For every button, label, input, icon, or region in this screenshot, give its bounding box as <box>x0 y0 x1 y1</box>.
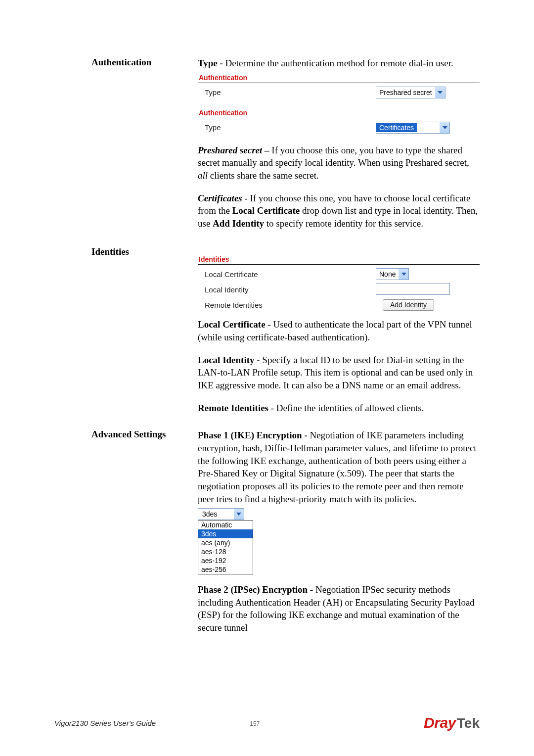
draytek-logo: Dray Tek <box>424 714 480 731</box>
encryption-option[interactable]: aes-192 <box>198 556 253 565</box>
chevron-down-icon <box>234 509 244 520</box>
local-cert-paragraph: Local Certificate - Used to authenticate… <box>198 318 480 343</box>
local-identity-paragraph: Local Identity - Specify a local ID to b… <box>198 354 480 392</box>
section-content-authentication: Type - Determine the authentication meth… <box>198 57 480 239</box>
ui-label-type1: Type <box>198 88 376 96</box>
page-footer: Vigor2130 Series User's Guide 157 Dray T… <box>54 714 480 731</box>
type-select-certificates[interactable]: Certificates <box>376 122 450 134</box>
encryption-option[interactable]: Automatic <box>198 520 253 529</box>
phase1-paragraph: Phase 1 (IKE) Encryption - Negotiation o… <box>198 429 480 505</box>
divider <box>198 264 480 265</box>
phase1-title: Phase 1 (IKE) Encryption - <box>198 430 310 440</box>
logo-tek: Tek <box>457 715 480 731</box>
section-content-identities: Identities Local Certificate None Local … <box>198 246 480 424</box>
identities-ui: Identities Local Certificate None Local … <box>198 253 480 312</box>
chevron-down-icon <box>399 269 408 280</box>
encryption-options-list: Automatic 3des aes (any) aes-128 aes-192… <box>198 520 253 574</box>
ui-header-identities: Identities <box>198 253 480 264</box>
encryption-option[interactable]: aes (any) <box>198 538 253 547</box>
encryption-option[interactable]: aes-128 <box>198 547 253 556</box>
ui-row-type1: Type Preshared secret <box>198 85 480 100</box>
certificates-body-b: Local Certificate <box>232 205 300 216</box>
auth-type-text: Determine the authentication method for … <box>225 58 453 68</box>
remote-identities-title: Remote Identities <box>198 403 268 413</box>
section-label-identities: Identities <box>91 246 198 424</box>
certificates-title: Certificates <box>198 193 242 203</box>
chevron-down-icon <box>440 122 449 133</box>
local-cert-title: Local Certificate <box>198 319 266 330</box>
local-cert-value: None <box>376 270 399 278</box>
type-select-value1: Preshared secret <box>376 89 435 96</box>
preshared-body-b: all <box>198 170 208 181</box>
phase2-paragraph: Phase 2 (IPSec) Encryption - Negotiation… <box>198 583 480 634</box>
auth-ui-certificates: Authentication Type Certificates <box>198 107 480 135</box>
type-select-preshared[interactable]: Preshared secret <box>376 87 445 98</box>
ui-label-local-identity: Local Identity <box>198 285 376 294</box>
section-identities: Identities Identities Local Certificate … <box>91 246 480 424</box>
encryption-select-value: 3des <box>198 510 234 518</box>
divider <box>198 118 480 118</box>
remote-identities-paragraph: Remote Identities - Define the identitie… <box>198 402 480 415</box>
local-identity-input[interactable] <box>376 283 450 295</box>
chevron-down-icon <box>435 87 445 98</box>
preshared-paragraph: Preshared secret – If you choose this on… <box>198 144 480 182</box>
ui-row-local-cert: Local Certificate None <box>198 267 480 282</box>
section-advanced: Advanced Settings Phase 1 (IKE) Encrypti… <box>91 429 480 644</box>
footer-guide: Vigor2130 Series User's Guide <box>54 719 156 727</box>
auth-type-intro: Type - Determine the authentication meth… <box>198 57 480 70</box>
ui-row-type2: Type Certificates <box>198 120 480 135</box>
divider <box>198 83 480 83</box>
preshared-title: Preshared secret – <box>198 145 271 155</box>
ui-row-local-identity: Local Identity <box>198 282 480 298</box>
encryption-option[interactable]: 3des <box>198 529 253 538</box>
section-authentication: Authentication Type - Determine the auth… <box>91 57 480 239</box>
preshared-body-c: clients share the same secret. <box>208 170 319 181</box>
type-select-value2: Certificates <box>376 123 417 132</box>
certificates-body-d: Add Identity <box>213 218 264 229</box>
section-label-authentication: Authentication <box>91 57 198 239</box>
auth-type-label: Type - <box>198 58 225 68</box>
phase1-body: Negotiation of IKE parameters including … <box>198 430 477 504</box>
encryption-dropdown-open: 3des Automatic 3des aes (any) aes-128 ae… <box>198 508 253 574</box>
ui-header-auth2: Authentication <box>198 107 480 118</box>
local-cert-select[interactable]: None <box>376 268 409 280</box>
ui-header-auth1: Authentication <box>198 72 480 83</box>
footer-page-number: 157 <box>250 720 260 727</box>
add-identity-button[interactable]: Add Identity <box>383 299 434 311</box>
encryption-option[interactable]: aes-256 <box>198 565 253 574</box>
logo-dray: Dray <box>424 714 456 731</box>
encryption-select[interactable]: 3des <box>198 508 244 520</box>
section-label-advanced: Advanced Settings <box>91 429 198 644</box>
certificates-body-e: to specify remote identity for this serv… <box>264 218 423 229</box>
ui-label-remote-identities: Remote Identities <box>198 301 376 309</box>
auth-ui-preshared: Authentication Type Preshared secret <box>198 72 480 100</box>
ui-label-type2: Type <box>198 123 376 132</box>
remote-identities-body: - Define the identities of allowed clien… <box>268 403 424 413</box>
ui-label-local-cert: Local Certificate <box>198 270 376 279</box>
certificates-paragraph: Certificates - If you choose this one, y… <box>198 192 480 230</box>
local-identity-title: Local Identity - <box>198 355 262 365</box>
section-content-advanced: Phase 1 (IKE) Encryption - Negotiation o… <box>198 429 480 644</box>
ui-row-remote-identities: Remote Identities Add Identity <box>198 298 480 312</box>
phase2-title: Phase 2 (IPSec) Encryption - <box>198 584 315 595</box>
